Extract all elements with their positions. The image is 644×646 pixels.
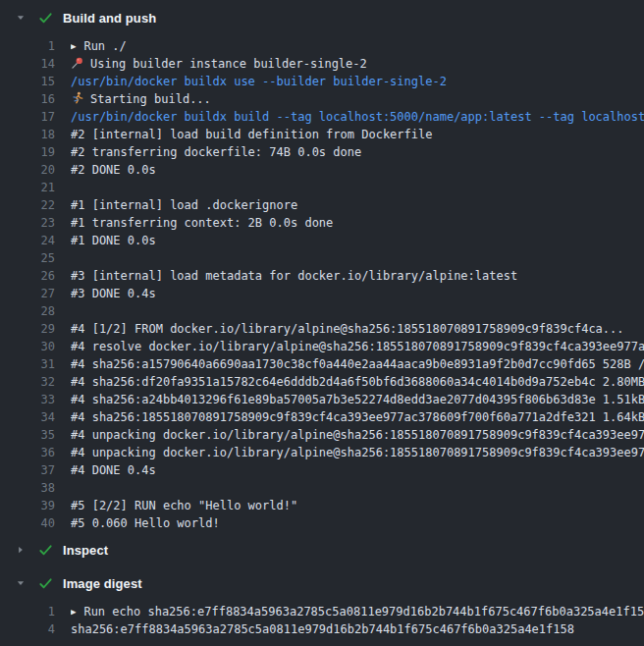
line-text: #4 unpacking docker.io/library/alpine@sh… xyxy=(71,444,644,461)
line-text: ▶Run ./ xyxy=(71,37,644,55)
line-text: /usr/bin/docker buildx use --builder bui… xyxy=(71,73,644,90)
success-check-icon xyxy=(37,11,53,26)
line-number[interactable]: 35 xyxy=(0,426,55,444)
log-line: 1▶Run ./ xyxy=(0,37,644,55)
line-message: #5 0.060 Hello world! xyxy=(71,516,220,530)
log-line: 15/usr/bin/docker buildx use --builder b… xyxy=(0,73,644,90)
line-message: #4 unpacking docker.io/library/alpine@sh… xyxy=(71,428,644,442)
line-number[interactable]: 18 xyxy=(0,126,55,143)
line-text: #1 [internal] load .dockerignore xyxy=(71,196,644,214)
line-text: #2 transferring dockerfile: 74B 0.0s don… xyxy=(71,143,644,161)
section-header-digest[interactable]: Image digest xyxy=(0,573,644,593)
log-line: 37#4 DONE 0.4s xyxy=(0,461,644,479)
line-number[interactable]: 23 xyxy=(0,214,55,232)
section-header-build[interactable]: Build and push xyxy=(0,8,644,27)
line-number[interactable]: 24 xyxy=(0,232,55,249)
line-message: #5 [2/2] RUN echo "Hello world!" xyxy=(71,499,297,512)
log-line: 29#4 [1/2] FROM docker.io/library/alpine… xyxy=(0,320,644,338)
line-number[interactable]: 36 xyxy=(0,444,55,461)
line-text: #4 sha256:df20fa9351a15782c64e6dddb2d4a6… xyxy=(71,373,644,391)
section-title: Inspect xyxy=(63,543,108,558)
line-number[interactable]: 25 xyxy=(0,249,55,267)
log-line: 36#4 unpacking docker.io/library/alpine@… xyxy=(0,444,644,461)
line-message: /usr/bin/docker buildx build --tag local… xyxy=(71,110,644,124)
line-number[interactable]: 40 xyxy=(0,514,55,532)
line-message: #3 DONE 0.4s xyxy=(71,287,156,300)
log-line: 19#2 transferring dockerfile: 74B 0.0s d… xyxy=(0,143,644,161)
line-number[interactable]: 37 xyxy=(0,461,55,479)
log-line: 30#4 resolve docker.io/library/alpine@sh… xyxy=(0,338,644,355)
line-number[interactable]: 19 xyxy=(0,143,55,161)
run-group-expander-icon[interactable]: ▶ xyxy=(71,603,76,620)
section-header-inspect[interactable]: Inspect xyxy=(0,540,644,560)
pushpin-icon xyxy=(71,56,84,70)
line-number[interactable]: 16 xyxy=(0,90,55,108)
line-message: #4 sha256:185518070891758909c9f839cf4ca3… xyxy=(71,410,644,424)
line-message: #4 sha256:a24bb4013296f61e89ba57005a7b3e… xyxy=(71,393,644,406)
line-number[interactable]: 39 xyxy=(0,497,55,514)
line-message: #4 DONE 0.4s xyxy=(71,463,156,477)
log-line: 14Using builder instance builder-single-… xyxy=(0,55,644,73)
line-number[interactable]: 38 xyxy=(0,479,55,497)
log-line: 33#4 sha256:a24bb4013296f61e89ba57005a7b… xyxy=(0,391,644,408)
line-number[interactable]: 33 xyxy=(0,391,55,408)
line-message: #4 sha256:df20fa9351a15782c64e6dddb2d4a6… xyxy=(71,375,644,389)
line-text: #3 DONE 0.4s xyxy=(71,285,644,302)
log-line: 40#5 0.060 Hello world! xyxy=(0,514,644,532)
log-line: 35#4 unpacking docker.io/library/alpine@… xyxy=(0,426,644,444)
log-section-inspect: Inspect xyxy=(0,540,644,560)
line-message: #1 transferring context: 2B 0.0s done xyxy=(71,216,333,230)
log-line: 4sha256:e7ff8834a5963a2785c5a0811e979d16… xyxy=(0,620,644,638)
line-text: #2 [internal] load build definition from… xyxy=(71,126,644,143)
chevron-down-icon[interactable] xyxy=(16,578,26,588)
line-number[interactable]: 32 xyxy=(0,373,55,391)
line-text: #4 resolve docker.io/library/alpine@sha2… xyxy=(71,338,644,355)
chevron-right-icon[interactable] xyxy=(16,545,26,555)
line-number[interactable]: 4 xyxy=(0,620,55,638)
line-message: #4 resolve docker.io/library/alpine@sha2… xyxy=(71,340,644,353)
line-number[interactable]: 29 xyxy=(0,320,55,338)
log-line: 18#2 [internal] load build definition fr… xyxy=(0,126,644,143)
line-message: #4 [1/2] FROM docker.io/library/alpine@s… xyxy=(71,322,624,336)
line-number[interactable]: 34 xyxy=(0,408,55,426)
line-message: #1 [internal] load .dockerignore xyxy=(71,198,297,212)
line-number[interactable]: 27 xyxy=(0,285,55,302)
line-number[interactable]: 28 xyxy=(0,302,55,320)
line-message: #2 DONE 0.0s xyxy=(71,163,156,177)
line-text: #4 sha256:185518070891758909c9f839cf4ca3… xyxy=(71,408,644,426)
line-number[interactable]: 14 xyxy=(0,55,55,73)
line-message: Run ./ xyxy=(83,39,126,53)
log-line: 21 xyxy=(0,179,644,196)
chevron-down-icon[interactable] xyxy=(16,13,26,23)
line-number[interactable]: 22 xyxy=(0,196,55,214)
log-section-build: Build and push1▶Run ./14Using builder in… xyxy=(0,8,644,532)
line-number[interactable]: 30 xyxy=(0,338,55,355)
log-section-digest: Image digest1▶Run echo sha256:e7ff8834a5… xyxy=(0,573,644,638)
line-text: Using builder instance builder-single-2 xyxy=(71,55,644,73)
line-number[interactable]: 26 xyxy=(0,267,55,285)
section-title: Build and push xyxy=(63,11,156,26)
line-number[interactable]: 20 xyxy=(0,161,55,179)
line-number[interactable]: 31 xyxy=(0,355,55,373)
line-number[interactable]: 15 xyxy=(0,73,55,90)
line-number[interactable]: 1 xyxy=(0,603,55,620)
line-number[interactable]: 17 xyxy=(0,108,55,126)
run-group-expander-icon[interactable]: ▶ xyxy=(71,37,76,55)
line-number[interactable]: 21 xyxy=(0,179,55,196)
line-text: Starting build... xyxy=(71,90,644,108)
line-text: #4 sha256:a15790640a6690aa1730c38cf0a440… xyxy=(71,355,644,373)
runner-icon xyxy=(71,91,84,105)
line-number[interactable]: 1 xyxy=(0,37,55,55)
line-text: #5 [2/2] RUN echo "Hello world!" xyxy=(71,497,644,514)
line-text: #4 unpacking docker.io/library/alpine@sh… xyxy=(71,426,644,444)
log-line: 16Starting build... xyxy=(0,90,644,108)
line-text: #1 transferring context: 2B 0.0s done xyxy=(71,214,644,232)
log-line: 34#4 sha256:185518070891758909c9f839cf4c… xyxy=(0,408,644,426)
line-message: Using builder instance builder-single-2 xyxy=(90,57,367,71)
line-message: /usr/bin/docker buildx use --builder bui… xyxy=(71,75,447,88)
section-title: Image digest xyxy=(63,576,142,591)
line-text: #3 [internal] load metadata for docker.i… xyxy=(71,267,644,285)
line-text: /usr/bin/docker buildx build --tag local… xyxy=(71,108,644,126)
log-line: 32#4 sha256:df20fa9351a15782c64e6dddb2d4… xyxy=(0,373,644,391)
log-line: 27#3 DONE 0.4s xyxy=(0,285,644,302)
